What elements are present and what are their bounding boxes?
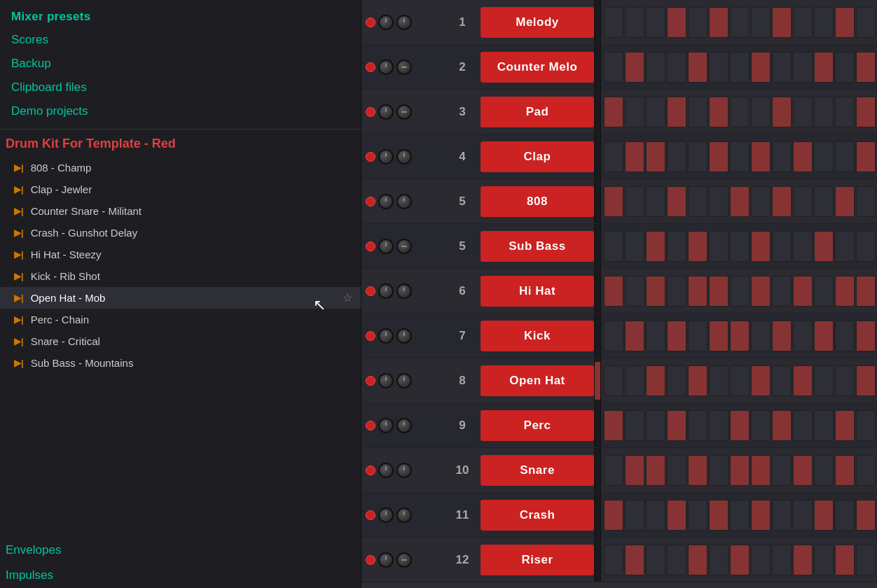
pan-knob[interactable] (396, 59, 412, 75)
track-label-button[interactable]: Kick (481, 321, 594, 351)
pattern-cell[interactable] (688, 365, 707, 396)
pattern-cell[interactable] (730, 410, 750, 441)
pattern-cell[interactable] (751, 141, 771, 172)
pattern-cell[interactable] (604, 97, 623, 127)
pattern-cell[interactable] (604, 52, 623, 83)
pattern-cell[interactable] (667, 410, 686, 441)
mute-button[interactable] (366, 241, 375, 251)
track-label-button[interactable]: Hi Hat (481, 276, 594, 307)
pattern-cell[interactable] (625, 186, 644, 217)
pattern-cell[interactable] (772, 7, 792, 38)
pan-knob[interactable] (396, 239, 412, 254)
pattern-cell[interactable] (688, 97, 707, 127)
pattern-cell[interactable] (709, 231, 728, 262)
track-label-button[interactable]: Open Hat (481, 365, 594, 396)
pattern-cell[interactable] (814, 455, 834, 486)
pattern-cell[interactable] (604, 410, 623, 441)
volume-knob[interactable] (378, 373, 394, 388)
pattern-cell[interactable] (730, 7, 750, 38)
pattern-cell[interactable] (793, 97, 813, 127)
pattern-cell[interactable] (814, 141, 834, 172)
pattern-cell[interactable] (856, 276, 876, 307)
list-item-counter-snare[interactable]: ▶| Counter Snare - Militant (0, 200, 361, 222)
pattern-cell[interactable] (646, 410, 665, 441)
pattern-cell[interactable] (688, 455, 707, 486)
mute-button[interactable] (366, 62, 375, 72)
mute-button[interactable] (366, 555, 375, 565)
volume-knob[interactable] (378, 194, 394, 209)
pattern-cell[interactable] (814, 52, 834, 83)
pattern-cell[interactable] (709, 7, 728, 38)
volume-knob[interactable] (378, 149, 394, 164)
pattern-cell[interactable] (856, 410, 876, 441)
sidebar-item-clipboard[interactable]: Clipboard files (8, 76, 352, 99)
pattern-cell[interactable] (835, 365, 855, 396)
pattern-cell[interactable] (751, 545, 771, 575)
pattern-cell[interactable] (814, 545, 834, 575)
track-label-button[interactable]: Snare (481, 455, 594, 486)
pattern-cell[interactable] (793, 231, 813, 262)
pattern-cell[interactable] (667, 97, 686, 127)
track-label-button[interactable]: Counter Melo (481, 52, 594, 83)
track-label-button[interactable]: Riser (481, 545, 594, 575)
pattern-cell[interactable] (772, 500, 792, 531)
pattern-cell[interactable] (625, 410, 644, 441)
pattern-cell[interactable] (793, 365, 813, 396)
mute-button[interactable] (366, 331, 375, 341)
pattern-cell[interactable] (709, 276, 728, 307)
mute-button[interactable] (366, 18, 375, 27)
pattern-cell[interactable] (856, 97, 876, 127)
pattern-cell[interactable] (709, 186, 728, 217)
pattern-cell[interactable] (688, 141, 707, 172)
pattern-cell[interactable] (667, 231, 686, 262)
pattern-cell[interactable] (835, 141, 855, 172)
pattern-cell[interactable] (751, 97, 771, 127)
pattern-cell[interactable] (793, 455, 813, 486)
pan-knob[interactable] (396, 552, 412, 568)
pattern-cell[interactable] (625, 545, 644, 575)
sidebar-item-impulses[interactable]: Impulses (0, 563, 361, 588)
list-item-808[interactable]: ▶| 808 - Champ (0, 157, 361, 178)
pan-knob[interactable] (396, 15, 412, 30)
list-item-subbass[interactable]: ▶| Sub Bass - Mountains (0, 352, 361, 374)
pattern-cell[interactable] (667, 141, 686, 172)
pattern-cell[interactable] (604, 321, 623, 351)
pattern-cell[interactable] (709, 365, 728, 396)
pattern-cell[interactable] (730, 52, 750, 83)
pattern-cell[interactable] (625, 455, 644, 486)
pattern-cell[interactable] (667, 186, 686, 217)
pattern-cell[interactable] (814, 276, 834, 307)
track-label-button[interactable]: Perc (481, 410, 594, 441)
list-item-hihat[interactable]: ▶| Hi Hat - Steezy (0, 244, 361, 265)
pattern-cell[interactable] (688, 231, 707, 262)
pan-knob[interactable] (396, 328, 412, 344)
pattern-cell[interactable] (730, 97, 750, 127)
pattern-cell[interactable] (667, 455, 686, 486)
track-label-button[interactable]: 808 (481, 186, 594, 217)
pattern-cell[interactable] (604, 500, 623, 531)
pattern-cell[interactable] (646, 141, 665, 172)
pattern-cell[interactable] (625, 52, 644, 83)
pan-knob[interactable] (396, 149, 412, 164)
volume-knob[interactable] (378, 552, 394, 568)
pattern-cell[interactable] (646, 52, 665, 83)
pattern-cell[interactable] (793, 141, 813, 172)
pan-knob[interactable] (396, 418, 412, 433)
pattern-cell[interactable] (793, 186, 813, 217)
pattern-cell[interactable] (646, 186, 665, 217)
pattern-cell[interactable] (814, 321, 834, 351)
pattern-cell[interactable] (604, 455, 623, 486)
mute-button[interactable] (366, 421, 375, 430)
pattern-cell[interactable] (751, 455, 771, 486)
pattern-cell[interactable] (751, 276, 771, 307)
sidebar-item-mixer-presets[interactable]: Mixer presets (8, 6, 352, 28)
pattern-cell[interactable] (730, 231, 750, 262)
pattern-cell[interactable] (835, 97, 855, 127)
pattern-cell[interactable] (667, 500, 686, 531)
pattern-cell[interactable] (646, 231, 665, 262)
pattern-cell[interactable] (730, 186, 750, 217)
pattern-cell[interactable] (625, 141, 644, 172)
mute-button[interactable] (366, 197, 375, 206)
pattern-cell[interactable] (835, 276, 855, 307)
list-item-perc[interactable]: ▶| Perc - Chain (0, 309, 361, 330)
